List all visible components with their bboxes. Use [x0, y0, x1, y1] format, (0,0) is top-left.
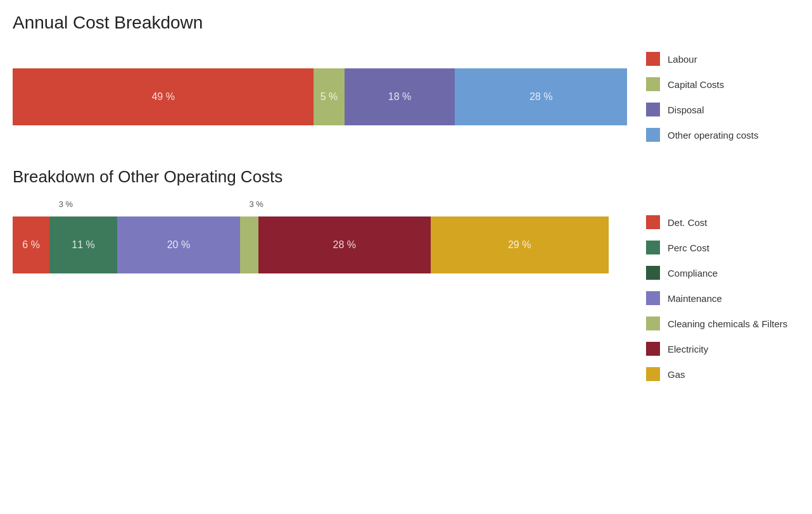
legend-label: Cleaning chemicals & Filters — [668, 318, 787, 329]
chart1-title: Annual Cost Breakdown — [13, 13, 799, 33]
legend-item: Capital Costs — [646, 77, 799, 91]
chart2-container: 3 %3 % 6 %11 %20 %28 %29 % Det. CostPerc… — [13, 199, 799, 381]
bar-segment: 28 % — [455, 68, 627, 125]
chart2-above-labels: 3 %3 % — [13, 199, 627, 215]
chart2-title: Breakdown of Other Operating Costs — [13, 167, 799, 187]
above-bar-label: 3 % — [249, 199, 263, 209]
legend-label: Capital Costs — [668, 79, 724, 90]
legend-label: Maintenance — [668, 293, 722, 304]
legend-item: Gas — [646, 367, 799, 381]
legend-swatch — [646, 215, 660, 229]
legend-label: Electricity — [668, 344, 708, 354]
legend-swatch — [646, 128, 660, 142]
legend-item: Det. Cost — [646, 215, 799, 229]
legend-swatch — [646, 241, 660, 254]
legend-label: Det. Cost — [668, 217, 707, 228]
legend-item: Disposal — [646, 103, 799, 116]
bar-segment: 29 % — [431, 216, 609, 273]
bar-segment: 49 % — [13, 68, 314, 125]
legend-swatch — [646, 291, 660, 305]
above-bar-label: 3 % — [59, 199, 73, 209]
legend-label: Disposal — [668, 104, 704, 115]
legend-item: Perc Cost — [646, 241, 799, 254]
legend-item: Other operating costs — [646, 128, 799, 142]
legend-item: Labour — [646, 52, 799, 66]
legend-item: Cleaning chemicals & Filters — [646, 317, 799, 330]
legend-item: Compliance — [646, 266, 799, 280]
bar-segment: 5 % — [314, 68, 345, 125]
legend-swatch — [646, 342, 660, 356]
bar-segment — [240, 216, 258, 273]
legend-label: Other operating costs — [668, 130, 758, 141]
chart1-legend: LabourCapital CostsDisposalOther operati… — [627, 52, 799, 142]
chart1-container: 49 %5 %18 %28 % LabourCapital CostsDispo… — [13, 52, 799, 142]
bar-segment: 18 % — [345, 68, 455, 125]
legend-swatch — [646, 317, 660, 330]
chart2-bar: 6 %11 %20 %28 %29 % — [13, 216, 627, 273]
chart1-bar: 49 %5 %18 %28 % — [13, 68, 627, 125]
chart2-section: Breakdown of Other Operating Costs 3 %3 … — [13, 167, 799, 381]
legend-swatch — [646, 266, 660, 280]
chart2-legend: Det. CostPerc CostComplianceMaintenanceC… — [627, 199, 799, 381]
bar-segment: 11 % — [49, 216, 117, 273]
bar-segment: 6 % — [13, 216, 49, 273]
bar-segment: 20 % — [117, 216, 240, 273]
legend-swatch — [646, 52, 660, 66]
legend-label: Compliance — [668, 268, 718, 279]
legend-label: Perc Cost — [668, 242, 709, 253]
legend-swatch — [646, 367, 660, 381]
legend-label: Labour — [668, 54, 697, 65]
bar-segment: 28 % — [258, 216, 431, 273]
legend-label: Gas — [668, 369, 685, 380]
legend-swatch — [646, 77, 660, 91]
legend-item: Maintenance — [646, 291, 799, 305]
chart1-bar-area: 49 %5 %18 %28 % — [13, 68, 627, 125]
legend-swatch — [646, 103, 660, 116]
chart2-bar-area: 3 %3 % 6 %11 %20 %28 %29 % — [13, 199, 627, 273]
legend-item: Electricity — [646, 342, 799, 356]
